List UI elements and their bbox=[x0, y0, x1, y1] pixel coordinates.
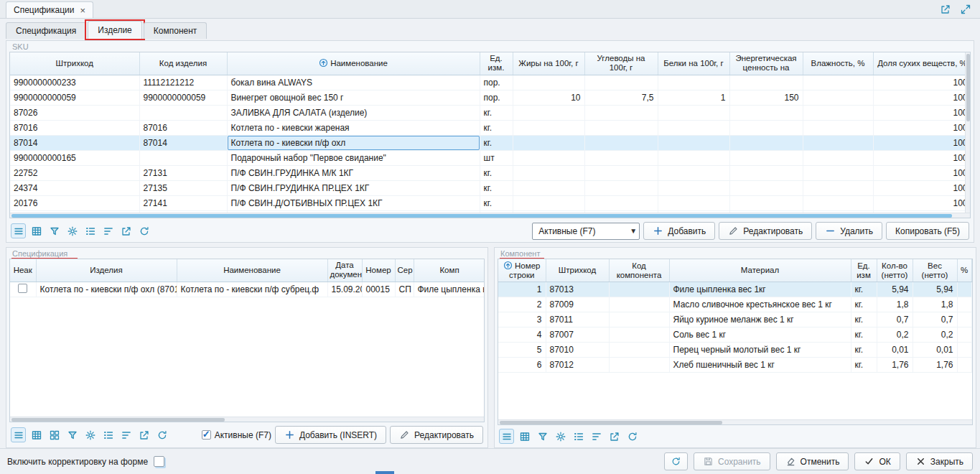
cell[interactable]: П/Ф СВИН.ГРУДИНКА ПР.ЦЕХ 1КГ bbox=[227, 180, 480, 195]
cell[interactable]: 87009 bbox=[546, 297, 609, 312]
cell[interactable] bbox=[957, 358, 971, 373]
column-header[interactable]: Наименование bbox=[227, 52, 480, 75]
cell[interactable] bbox=[584, 135, 658, 150]
sort-lines-icon[interactable] bbox=[118, 427, 134, 442]
cell[interactable] bbox=[803, 90, 873, 105]
numbered-list-icon[interactable] bbox=[101, 427, 116, 442]
cell[interactable]: Масло сливочное крестьянское вес 1 кг bbox=[669, 297, 851, 312]
cell[interactable]: 9900000000165 bbox=[10, 150, 139, 165]
cell[interactable]: Котлета по - киевски п/ф субрец.ф bbox=[177, 282, 327, 297]
cell[interactable]: 87026 bbox=[10, 105, 139, 120]
cell[interactable]: 3 bbox=[498, 312, 546, 327]
cell[interactable]: Яйцо куриное меланж вес 1 кг bbox=[669, 312, 851, 327]
cell[interactable]: 22752 bbox=[10, 165, 139, 180]
cell[interactable] bbox=[513, 105, 584, 120]
cell[interactable]: кг. bbox=[851, 327, 877, 343]
cell[interactable] bbox=[803, 105, 873, 120]
doc-tab-specifications[interactable]: Спецификации × bbox=[6, 1, 93, 18]
cell[interactable] bbox=[584, 75, 658, 90]
cell[interactable]: СП bbox=[395, 282, 414, 297]
cell[interactable] bbox=[729, 150, 803, 165]
cell[interactable] bbox=[729, 120, 803, 135]
cell[interactable]: 1,76 bbox=[877, 358, 913, 373]
add-button[interactable]: Добавить (INSERT) bbox=[275, 426, 386, 444]
add-button[interactable]: Добавить bbox=[643, 222, 715, 240]
sort-lines-icon[interactable] bbox=[589, 429, 604, 444]
filter-icon[interactable] bbox=[65, 427, 80, 442]
cell[interactable] bbox=[658, 180, 729, 195]
column-header[interactable]: Штрихкод bbox=[546, 259, 609, 282]
edit-button[interactable]: Редактировать bbox=[390, 426, 483, 444]
sku-table-container[interactable]: ШтрихкодКод изделияНаименованиеЕд. изм.Ж… bbox=[9, 52, 971, 218]
column-header[interactable]: Материал bbox=[669, 259, 851, 282]
cell[interactable] bbox=[513, 165, 584, 180]
cell[interactable] bbox=[513, 180, 584, 195]
cell[interactable]: Филе цыпленка вес 1кг bbox=[669, 282, 851, 297]
cell[interactable]: Котлета по - киевски п/ф охл bbox=[227, 135, 480, 150]
cell[interactable]: 24374 bbox=[10, 180, 139, 195]
cell[interactable]: 87007 bbox=[546, 327, 609, 343]
settings-icon[interactable] bbox=[553, 429, 568, 444]
cell[interactable] bbox=[609, 358, 669, 373]
cell[interactable] bbox=[584, 150, 658, 165]
cards-view-icon[interactable] bbox=[47, 427, 62, 442]
active-filter-select[interactable]: Активные (F7) ▼ bbox=[532, 223, 640, 240]
settings-icon[interactable] bbox=[83, 427, 98, 442]
cell[interactable]: 100 bbox=[873, 75, 971, 90]
cell[interactable]: 5,94 bbox=[877, 282, 913, 297]
filter-icon[interactable] bbox=[47, 223, 62, 238]
cell[interactable]: 1,76 bbox=[913, 358, 957, 373]
cell[interactable]: 9900000000233 bbox=[10, 75, 139, 90]
cell[interactable] bbox=[957, 282, 971, 297]
cell[interactable]: Подарочный набор "Первое свидание" bbox=[227, 150, 480, 165]
cell[interactable] bbox=[803, 135, 873, 150]
cell[interactable]: 0,7 bbox=[877, 312, 913, 327]
cell[interactable] bbox=[609, 297, 669, 312]
numbered-list-icon[interactable] bbox=[571, 429, 586, 444]
cell[interactable] bbox=[513, 135, 584, 150]
enable-correction-checkbox[interactable] bbox=[154, 456, 164, 467]
cell[interactable]: 150 bbox=[729, 90, 803, 105]
cell[interactable] bbox=[584, 105, 658, 120]
cell[interactable] bbox=[729, 195, 803, 210]
column-header[interactable]: % bbox=[957, 259, 971, 282]
cell[interactable]: Филе цыпленка в bbox=[414, 282, 485, 297]
cell[interactable]: пор. bbox=[480, 90, 513, 105]
column-header[interactable]: Кол-во (нетто) bbox=[877, 259, 913, 282]
cancel-button[interactable]: Отменить bbox=[776, 452, 849, 470]
cell[interactable]: 87011 bbox=[546, 312, 609, 327]
cell[interactable]: кг. bbox=[851, 343, 877, 358]
cell[interactable] bbox=[957, 327, 971, 343]
table-row[interactable]: 2017627141П/Ф СВИН.Д/ОТБИВНЫХ ПР.ЦЕХ 1КГ… bbox=[10, 195, 971, 210]
row-checkbox[interactable] bbox=[18, 284, 27, 293]
cell[interactable]: Соль вес 1 кг bbox=[669, 327, 851, 343]
cell[interactable]: 100 bbox=[873, 195, 971, 210]
table-row[interactable]: 990000000023311112121212бокал вина ALWAY… bbox=[10, 75, 971, 90]
table-row[interactable]: 2437427135П/Ф СВИН.ГРУДИНКА ПР.ЦЕХ 1КГкг… bbox=[10, 180, 971, 195]
export-icon[interactable] bbox=[607, 429, 622, 444]
table-row[interactable]: 8701487014Котлета по - киевски п/ф охлкг… bbox=[10, 135, 971, 150]
export-icon[interactable] bbox=[118, 223, 134, 238]
column-header[interactable]: Доля сухих веществ, % bbox=[873, 52, 971, 75]
scrollbar-thumb[interactable] bbox=[11, 418, 225, 422]
cell[interactable] bbox=[139, 150, 227, 165]
scrollbar-thumb[interactable] bbox=[966, 54, 970, 121]
save-button[interactable]: Сохранить bbox=[694, 452, 770, 470]
settings-icon[interactable] bbox=[65, 223, 80, 238]
cell[interactable]: 9900000000059 bbox=[10, 90, 139, 105]
cell[interactable] bbox=[729, 165, 803, 180]
cell[interactable]: 2 bbox=[498, 297, 546, 312]
grid-view-icon[interactable] bbox=[29, 223, 44, 238]
cell[interactable] bbox=[609, 312, 669, 327]
table-row[interactable]: 8701687016Котлета по - киевски жаренаякг… bbox=[10, 120, 971, 135]
column-header[interactable]: Ед. изм bbox=[851, 259, 877, 282]
refresh-icon[interactable] bbox=[625, 429, 640, 444]
cell[interactable]: кг. bbox=[851, 297, 877, 312]
cell[interactable]: кг. bbox=[480, 180, 513, 195]
cell[interactable]: 100 bbox=[873, 120, 971, 135]
cell[interactable]: 0,01 bbox=[913, 343, 957, 358]
tab-component[interactable]: Компонент bbox=[144, 22, 207, 39]
active-filter-checkbox[interactable] bbox=[202, 430, 211, 440]
component-table-container[interactable]: Номер строкиШтрихкодКод компонентаМатери… bbox=[498, 259, 973, 425]
cell[interactable] bbox=[658, 165, 729, 180]
